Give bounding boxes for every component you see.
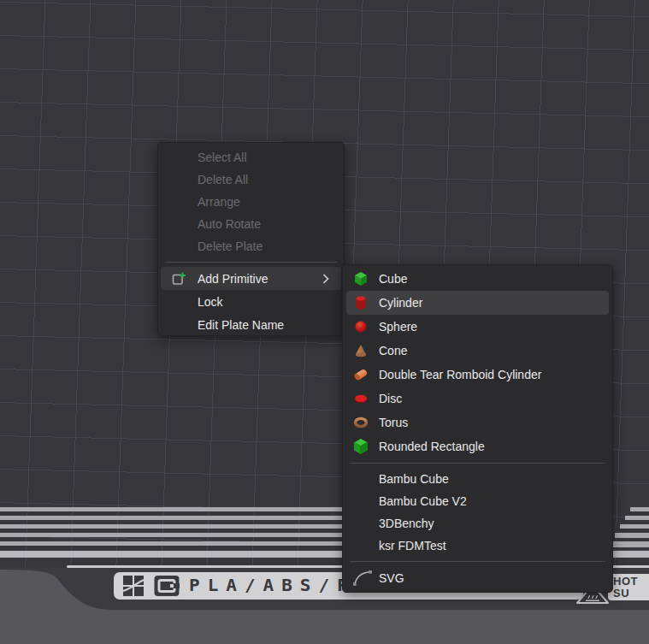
plate-stripe (0, 551, 383, 558)
bezier-curve-icon (352, 570, 373, 587)
menu-item-select-all: Select All (158, 146, 344, 168)
plate-type-icon (154, 575, 180, 597)
submenu-item-cone[interactable]: Cone (343, 339, 612, 363)
submenu-chevron-icon (322, 273, 329, 284)
hot-surface-label: HOT SU (608, 574, 649, 600)
menu-item-delete-plate: Delete Plate (158, 235, 344, 257)
cube-icon (352, 270, 369, 287)
menu-item-delete-all: Delete All (158, 168, 344, 191)
hot-surface-line1: HOT (613, 576, 649, 588)
add-primitive-icon (172, 271, 186, 286)
submenu-item-double-tear-romboid-cylinder[interactable]: Double Tear Romboid Cylinder (343, 363, 612, 387)
menu-item-edit-plate-name[interactable]: Edit Plate Name (158, 313, 344, 336)
sphere-icon (352, 318, 369, 335)
plate-stripe (0, 524, 383, 529)
plate-stripe (0, 541, 383, 546)
plate-stripe (620, 524, 649, 529)
submenu-item-3dbenchy[interactable]: 3DBenchy (343, 512, 612, 535)
submenu-item-torus[interactable]: Torus (343, 411, 612, 434)
menu-separator (350, 463, 605, 464)
submenu-item-rounded-rectangle[interactable]: Rounded Rectangle (343, 434, 612, 458)
submenu-item-bambu-cube-v2[interactable]: Bambu Cube V2 (343, 490, 612, 512)
menu-item-arrange: Arrange (158, 191, 344, 213)
submenu-item-sphere[interactable]: Sphere (343, 315, 612, 339)
disc-icon (352, 390, 369, 407)
add-primitive-submenu: Cube Cylinder Sphere (342, 264, 613, 593)
plate-stripe (615, 533, 649, 538)
submenu-item-bambu-cube[interactable]: Bambu Cube (343, 468, 612, 490)
cylinder-icon (352, 294, 369, 311)
bambu-logo-icon (122, 575, 145, 597)
plate-stripe (630, 507, 649, 511)
menu-item-auto-rotate: Auto Rotate (158, 213, 344, 235)
romboid-cylinder-icon (352, 366, 369, 383)
hot-surface-line2: SU (613, 588, 649, 600)
submenu-item-cube[interactable]: Cube (343, 267, 612, 291)
plate-stripe (0, 516, 383, 520)
plate-stripe (625, 516, 649, 520)
submenu-item-svg[interactable]: SVG (343, 566, 612, 590)
submenu-item-disc[interactable]: Disc (343, 387, 612, 411)
torus-icon (352, 414, 369, 431)
plate-stripe (610, 541, 649, 547)
submenu-item-cylinder[interactable]: Cylinder (346, 291, 609, 315)
cone-icon (352, 342, 369, 359)
plate-stripe (0, 533, 383, 537)
menu-item-lock[interactable]: Lock (158, 290, 344, 313)
submenu-item-ksr-fdmtest[interactable]: ksr FDMTest (343, 535, 612, 557)
plate-context-menu: Select All Delete All Arrange Auto Rotat… (157, 142, 345, 336)
slicer-viewport: PLA/ABS/PETG HOT SU Select All Delete Al… (0, 0, 649, 644)
plate-stripe (0, 507, 383, 511)
menu-item-add-primitive[interactable]: Add Primitive (161, 267, 341, 290)
rounded-rectangle-icon (352, 438, 369, 455)
menu-separator (350, 561, 605, 562)
menu-separator (165, 262, 337, 263)
